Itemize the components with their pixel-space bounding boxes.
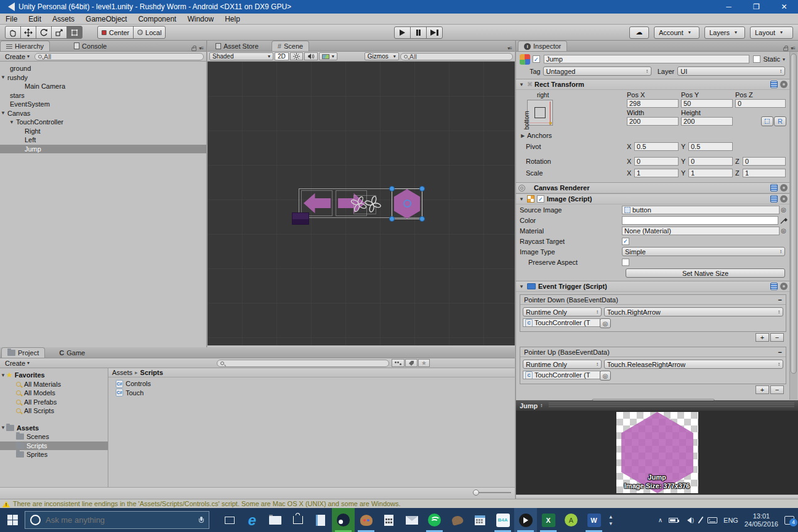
foldout-open-icon[interactable]: ▼ xyxy=(518,82,525,87)
gear-icon[interactable] xyxy=(780,283,788,290)
hierarchy-item-canvas[interactable]: ▼Canvas xyxy=(0,109,206,118)
pivot-local-button[interactable]: Local xyxy=(133,26,166,39)
static-checkbox[interactable] xyxy=(753,55,760,63)
search-by-label-button[interactable] xyxy=(405,359,417,367)
pos-z-field[interactable]: 0 xyxy=(735,99,786,108)
tag-dropdown[interactable]: Untagged↕ xyxy=(543,66,651,76)
help-icon[interactable] xyxy=(770,283,778,290)
tab-asset-store[interactable]: Asset Store xyxy=(210,41,264,51)
anchors-foldout[interactable]: ▶Anchors xyxy=(520,132,552,139)
eyedropper-icon[interactable] xyxy=(780,217,788,224)
status-bar[interactable]: There are inconsistent line endings in t… xyxy=(0,499,798,508)
rect-tool-button[interactable] xyxy=(66,26,83,39)
hierarchy-search-input[interactable]: All xyxy=(34,53,204,60)
scale-z-field[interactable]: 1 xyxy=(743,169,786,177)
volume-button[interactable]: ) xyxy=(684,517,694,523)
scrollbar-thumb[interactable] xyxy=(791,54,797,374)
lock-icon[interactable] xyxy=(783,47,788,51)
raycast-target-checkbox[interactable]: ✓ xyxy=(622,238,629,245)
step-button[interactable] xyxy=(426,26,443,39)
foldout-open-icon[interactable]: ▼ xyxy=(518,284,525,289)
tab-console[interactable]: Console xyxy=(68,41,112,51)
action-center-button[interactable]: 4 xyxy=(784,516,794,525)
gizmos-dropdown[interactable]: Gizmos▾ xyxy=(365,52,399,60)
maximize-button[interactable]: ❐ xyxy=(743,0,770,14)
menu-assets[interactable]: Assets xyxy=(47,14,80,25)
folder-scenes[interactable]: Scenes xyxy=(0,432,108,441)
menu-help[interactable]: Help xyxy=(219,14,246,25)
effects-dropdown[interactable]: ▾ xyxy=(319,52,337,60)
folder-scripts-selected[interactable]: Scripts xyxy=(0,441,108,451)
tab-game[interactable]: C Game xyxy=(54,347,91,358)
height-field[interactable]: 200 xyxy=(681,117,733,126)
edge-button[interactable]: e xyxy=(241,508,264,532)
hierarchy-item-rushdy[interactable]: ▼rushdy xyxy=(0,73,206,83)
play-button[interactable] xyxy=(394,26,411,39)
spotify-button[interactable] xyxy=(423,508,446,532)
rect-handle-topright[interactable] xyxy=(419,186,425,191)
raw-mode-button[interactable]: R xyxy=(774,116,786,126)
help-icon[interactable] xyxy=(770,184,778,191)
draw-mode-dropdown[interactable]: Shaded▾ xyxy=(209,52,273,60)
paint-button[interactable] xyxy=(355,508,377,532)
object-picker-button[interactable]: ◎ xyxy=(600,318,611,328)
taskbar-scroll-arrows[interactable]: ▲▼ xyxy=(605,508,616,532)
taskbar-search[interactable] xyxy=(25,511,209,529)
remove-event-row-button[interactable]: − xyxy=(770,333,784,342)
pause-button[interactable] xyxy=(410,26,427,39)
audio-toggle-button[interactable] xyxy=(304,52,318,60)
windows-store-button[interactable] xyxy=(286,508,309,532)
file-explorer-button[interactable] xyxy=(264,508,286,532)
taskbar-search-input[interactable] xyxy=(46,515,175,525)
foldout-open-icon[interactable]: ▼ xyxy=(0,373,6,378)
object-picker-icon[interactable]: ◎ xyxy=(781,227,786,234)
image-enabled-checkbox[interactable]: ✓ xyxy=(537,195,544,203)
set-native-size-button[interactable]: Set Native Size xyxy=(626,268,785,278)
scale-y-field[interactable]: 1 xyxy=(688,169,733,177)
file-touch[interactable]: C#Touch xyxy=(116,389,515,398)
foldout-open-icon[interactable]: ▼ xyxy=(0,75,6,80)
pivot-y-field[interactable]: 0.5 xyxy=(688,142,733,151)
pen-icon[interactable] xyxy=(698,517,704,524)
move-tool-button[interactable] xyxy=(20,26,36,39)
static-dropdown-icon[interactable]: ▾ xyxy=(783,57,785,62)
rect-handle-bottomleft[interactable] xyxy=(389,216,395,222)
pivot-handle[interactable] xyxy=(403,200,411,208)
clock[interactable]: 13:01 24/05/2016 xyxy=(744,512,778,528)
panel-menu-icon[interactable]: ▾≡ xyxy=(507,46,512,51)
object-picker-icon[interactable]: ◎ xyxy=(781,206,786,213)
player-sprite[interactable] xyxy=(292,213,308,224)
menu-window[interactable]: Window xyxy=(182,14,219,25)
tab-hierarchy[interactable]: Hierarchy xyxy=(0,41,50,51)
excel-button[interactable]: X xyxy=(537,508,560,532)
width-field[interactable]: 200 xyxy=(627,117,679,126)
hierarchy-item-touchcontroller[interactable]: ▼TouchController xyxy=(0,118,206,127)
tray-expand-icon[interactable]: ∧ xyxy=(658,517,663,523)
blueprint-mode-button[interactable] xyxy=(761,116,773,126)
menu-file[interactable]: File xyxy=(0,14,23,25)
scale-tool-button[interactable] xyxy=(51,26,67,39)
pivot-center-button[interactable]: Center xyxy=(97,26,134,39)
microphone-icon[interactable] xyxy=(199,517,204,524)
favorite-all-models[interactable]: All Models xyxy=(0,389,108,398)
minimize-button[interactable]: ─ xyxy=(715,0,743,14)
favorite-all-materials[interactable]: All Materials xyxy=(0,380,108,389)
project-create-button[interactable]: Create▾ xyxy=(2,360,32,367)
scale-x-field[interactable]: 1 xyxy=(634,169,679,177)
event-function-dropdown[interactable]: Touch.RightArrow↕ xyxy=(604,307,783,316)
folder-sprites[interactable]: Sprites xyxy=(0,450,108,459)
favorites-root[interactable]: ▼★Favorites xyxy=(0,371,108,380)
search-by-type-button[interactable] xyxy=(392,359,405,367)
hierarchy-item-ground[interactable]: ground xyxy=(0,64,206,73)
lock-icon[interactable] xyxy=(191,47,196,51)
event-function-dropdown[interactable]: Touch.ReleaseRightArrow↕ xyxy=(604,360,783,369)
inspector-scrollbar[interactable] xyxy=(789,52,797,400)
rect-handle-bottomright[interactable] xyxy=(419,216,425,222)
preserve-aspect-checkbox[interactable] xyxy=(622,259,629,266)
steam-button[interactable] xyxy=(332,508,355,532)
gameobject-name-field[interactable]: Jump xyxy=(544,55,749,63)
battery-icon[interactable] xyxy=(669,518,678,523)
help-icon[interactable] xyxy=(770,195,778,203)
remove-event-icon[interactable]: − xyxy=(778,296,782,304)
pivot-x-field[interactable]: 0.5 xyxy=(634,142,679,151)
